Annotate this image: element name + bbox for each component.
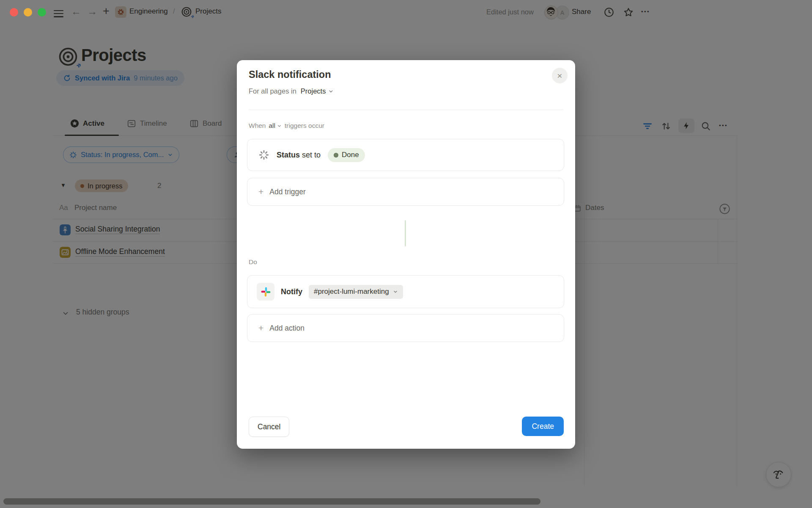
modal-title: Slack notification bbox=[249, 69, 331, 80]
scope-prefix: For all pages in bbox=[249, 87, 296, 95]
chevron-down-icon bbox=[393, 289, 398, 294]
slack-channel-selector[interactable]: #project-lumi-marketing bbox=[309, 285, 403, 299]
trigger-property: Status bbox=[277, 151, 300, 159]
when-suffix: triggers occur bbox=[285, 122, 324, 130]
trigger-verb: set to bbox=[302, 151, 321, 159]
add-action-label: Add action bbox=[269, 324, 304, 333]
scope-page-name: Projects bbox=[301, 87, 326, 95]
trigger-card[interactable]: Status set to Done bbox=[247, 139, 564, 171]
modal-divider bbox=[249, 110, 563, 110]
close-icon[interactable]: × bbox=[552, 68, 568, 83]
action-verb: Notify bbox=[281, 287, 302, 296]
do-section-label: Do bbox=[249, 258, 257, 266]
chevron-down-icon bbox=[328, 88, 334, 94]
window-controls bbox=[10, 8, 46, 17]
slack-notification-modal: × Slack notification For all pages in Pr… bbox=[237, 60, 575, 449]
add-trigger-button[interactable]: + Add trigger bbox=[247, 178, 564, 206]
add-trigger-label: Add trigger bbox=[269, 188, 306, 196]
trigger-description: Status set to bbox=[277, 151, 321, 160]
minimize-window-button[interactable] bbox=[24, 8, 32, 17]
when-triggers-line: When all triggers occur bbox=[249, 122, 324, 130]
status-spinner-icon bbox=[258, 149, 269, 160]
scope-page-selector[interactable]: Projects bbox=[301, 87, 334, 95]
slack-channel-name: #project-lumi-marketing bbox=[314, 287, 389, 296]
create-button[interactable]: Create bbox=[522, 417, 564, 436]
trigger-value: Done bbox=[342, 151, 359, 159]
cancel-button[interactable]: Cancel bbox=[249, 417, 289, 437]
trigger-value-pill[interactable]: Done bbox=[328, 148, 365, 162]
status-dot-icon bbox=[334, 153, 338, 157]
notify-action-card[interactable]: Notify #project-lumi-marketing bbox=[247, 275, 564, 308]
plus-icon: + bbox=[258, 323, 263, 333]
add-action-button[interactable]: + Add action bbox=[247, 314, 564, 342]
when-prefix: When bbox=[249, 122, 266, 130]
trigger-logic-value: all bbox=[269, 122, 276, 130]
plus-icon: + bbox=[258, 187, 263, 197]
zoom-window-button[interactable] bbox=[38, 8, 46, 17]
close-window-button[interactable] bbox=[10, 8, 18, 17]
app-window: ← → + Engineering / » Projects Edit bbox=[0, 0, 812, 508]
automation-scope: For all pages in Projects bbox=[249, 87, 334, 95]
slack-icon bbox=[261, 287, 271, 297]
slack-icon-tile bbox=[257, 283, 274, 301]
trigger-logic-selector[interactable]: all bbox=[269, 122, 282, 130]
flow-connector bbox=[405, 220, 406, 246]
chevron-down-icon bbox=[277, 124, 282, 128]
